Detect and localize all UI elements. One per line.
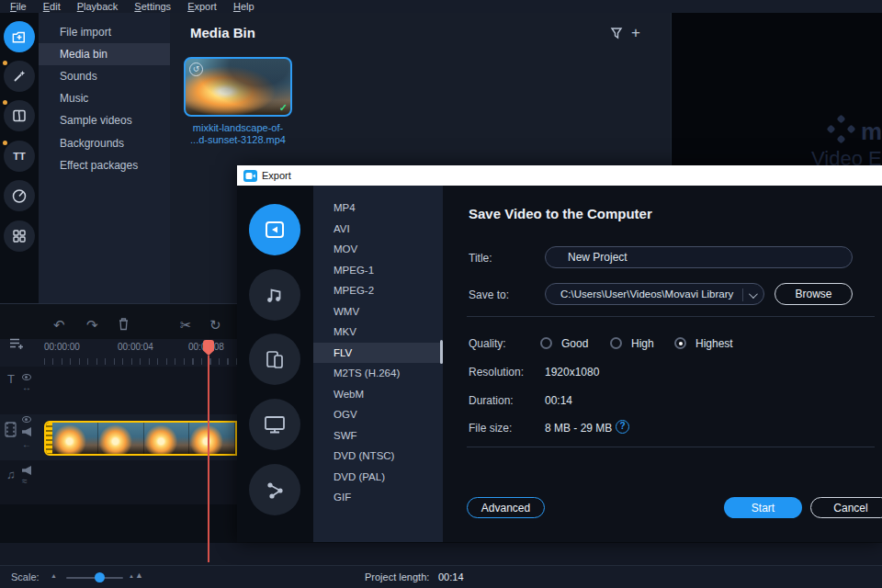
clip-frame xyxy=(144,423,190,454)
logo-dot xyxy=(837,115,846,124)
project-length-value: 00:14 xyxy=(438,571,464,582)
video-file-icon xyxy=(263,218,287,242)
resolution-value: 1920x1080 xyxy=(545,366,599,379)
export-dialog-title: Export xyxy=(262,170,291,181)
help-icon[interactable]: ? xyxy=(616,420,629,434)
ruler-label: 00:00:00 xyxy=(44,342,80,352)
menu-settings[interactable]: Settings xyxy=(126,1,179,12)
media-thumbnail[interactable]: ↺ ✓ xyxy=(184,57,292,117)
sidebar-item-music[interactable]: Music xyxy=(39,87,170,109)
format-mov[interactable]: MOV xyxy=(313,239,443,260)
share-icon xyxy=(264,479,286,501)
quality-radio-good[interactable] xyxy=(540,337,552,349)
start-button[interactable]: Start xyxy=(724,497,802,518)
format-dvd-ntsc[interactable]: DVD (NTSC) xyxy=(313,446,443,467)
grid-icon xyxy=(11,228,28,244)
format-mkv[interactable]: MKV xyxy=(313,322,443,343)
export-dialog-titlebar[interactable]: Export xyxy=(237,165,882,186)
save-to-combobox[interactable]: C:\Users\User\Videos\Movavi Library xyxy=(545,283,764,305)
quality-radio-highest-selected[interactable] xyxy=(674,337,686,349)
chevron-down-icon[interactable] xyxy=(749,289,758,299)
quality-radio-high[interactable] xyxy=(610,337,622,349)
filters-button[interactable] xyxy=(4,61,35,92)
export-to-video-tab[interactable] xyxy=(249,204,300,255)
cancel-button[interactable]: Cancel xyxy=(810,497,882,518)
audio-track-icon: ♫ xyxy=(6,468,16,481)
quality-option-highest[interactable]: Highest xyxy=(695,337,733,350)
format-swf[interactable]: SWF xyxy=(313,425,443,447)
link-icon[interactable]: ↔ xyxy=(22,382,31,392)
file-size-label: File size: xyxy=(469,422,512,435)
sidebar-item-sounds[interactable]: Sounds xyxy=(39,65,170,87)
cut-icon[interactable]: ✂ xyxy=(180,318,192,332)
clip-trim-handle[interactable] xyxy=(46,423,52,454)
format-flv-selected[interactable]: FLV xyxy=(313,343,443,364)
import-media-button[interactable] xyxy=(4,21,35,52)
format-m2ts[interactable]: M2TS (H.264) xyxy=(313,363,443,384)
menu-edit[interactable]: Edit xyxy=(35,1,69,12)
divider xyxy=(467,447,875,447)
format-dvd-pal[interactable]: DVD (PAL) xyxy=(313,467,443,488)
browse-button[interactable]: Browse xyxy=(775,283,853,305)
format-gif[interactable]: GIF xyxy=(313,487,443,508)
export-tv-tab[interactable] xyxy=(249,399,300,450)
clip-frame xyxy=(189,423,235,454)
rotate-badge-icon: ↺ xyxy=(189,62,203,76)
zoom-out-icon[interactable]: ▲ xyxy=(51,572,57,579)
filter-icon[interactable] xyxy=(610,27,623,40)
quality-option-good[interactable]: Good xyxy=(561,337,588,350)
video-track-icon xyxy=(5,422,17,437)
format-webm[interactable]: WebM xyxy=(313,384,443,405)
transitions-button[interactable] xyxy=(4,100,35,131)
menu-export[interactable]: Export xyxy=(179,1,225,12)
media-file-name-line2: ...d-sunset-3128.mp4 xyxy=(169,134,307,146)
arrow-left-icon[interactable]: ← xyxy=(22,439,31,449)
waveform-muted-icon[interactable]: ≈ xyxy=(22,476,28,486)
menu-playback[interactable]: Playback xyxy=(69,1,127,12)
title-input[interactable] xyxy=(545,246,853,268)
menu-help[interactable]: Help xyxy=(225,1,263,12)
quality-option-high[interactable]: High xyxy=(631,337,654,350)
sidebar-item-backgrounds[interactable]: Backgrounds xyxy=(39,132,170,154)
clip-frame xyxy=(98,423,144,454)
sidebar-item-effect-packages[interactable]: Effect packages xyxy=(39,154,170,176)
eye-icon[interactable] xyxy=(22,416,31,423)
clock-icon xyxy=(11,187,28,204)
scale-slider-knob[interactable] xyxy=(95,572,105,582)
format-mp4[interactable]: MP4 xyxy=(313,198,443,219)
sidebar-item-sample-videos[interactable]: Sample videos xyxy=(39,109,170,131)
sidebar-item-media-bin[interactable]: Media bin xyxy=(39,43,170,65)
export-devices-tab[interactable] xyxy=(249,334,300,385)
advanced-button[interactable]: Advanced xyxy=(467,497,545,518)
zoom-in-icon[interactable]: ▲ xyxy=(129,573,134,579)
rotate-icon[interactable]: ↻ xyxy=(209,318,221,332)
format-ogv[interactable]: OGV xyxy=(313,404,443,425)
export-settings-panel: Save Video to the Computer Title: Save t… xyxy=(443,186,882,542)
camera-icon xyxy=(243,170,257,182)
add-track-icon[interactable] xyxy=(9,337,24,350)
folder-plus-icon xyxy=(11,28,28,45)
redo-icon[interactable]: ↷ xyxy=(86,318,98,332)
file-size-value: 8 MB - 29 MB xyxy=(545,422,612,435)
movavi-video-editor-window: File Edit Playback Settings Export Help xyxy=(0,0,882,588)
stickers-button[interactable] xyxy=(4,180,35,211)
zoom-in-icon[interactable]: ▲ xyxy=(135,571,143,580)
sidebar-item-file-import[interactable]: File import xyxy=(39,21,170,43)
add-media-icon[interactable]: + xyxy=(631,24,640,42)
format-mpeg2[interactable]: MPEG-2 xyxy=(313,280,443,301)
scale-label: Scale: xyxy=(11,571,40,582)
titles-button[interactable]: TT xyxy=(4,141,35,172)
format-mpeg1[interactable]: MPEG-1 xyxy=(313,260,443,281)
format-avi[interactable]: AVI xyxy=(313,219,443,240)
media-file-name: mixkit-landscape-of- ...d-sunset-3128.mp… xyxy=(169,122,307,146)
eye-icon[interactable] xyxy=(22,374,31,380)
watermark-brand: m xyxy=(861,118,882,146)
format-wmv[interactable]: WMV xyxy=(313,301,443,322)
more-tools-button[interactable] xyxy=(4,220,35,252)
export-share-tab[interactable] xyxy=(249,464,300,515)
delete-icon[interactable] xyxy=(118,317,130,331)
export-audio-tab[interactable] xyxy=(249,269,300,321)
menu-file[interactable]: File xyxy=(2,1,35,12)
undo-icon[interactable]: ↶ xyxy=(53,318,65,332)
duration-value: 00:14 xyxy=(545,394,572,407)
